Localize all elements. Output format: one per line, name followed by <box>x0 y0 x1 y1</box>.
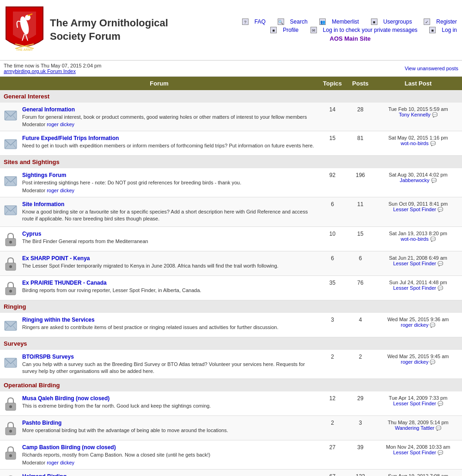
locked-forum-icon <box>3 281 18 296</box>
table-row: Helmand Birding Birding reports from fro… <box>0 469 462 476</box>
usergroups-link[interactable]: Usergroups <box>383 18 412 25</box>
memberlist-link[interactable]: Memberlist <box>332 18 359 25</box>
moderator-link[interactable]: roger dickey <box>47 460 74 465</box>
post-icon: 💬 <box>438 261 443 266</box>
forum-index-link[interactable]: armybirding.org.uk Forum Index <box>4 68 76 74</box>
topics-cell: 2 <box>318 416 346 440</box>
forum-title-link[interactable]: Sightings Forum <box>22 172 66 178</box>
forum-title-link[interactable]: Cyprus <box>22 231 41 237</box>
forum-title-link[interactable]: Ex PRAIRIE THUNDER - Canada <box>22 280 107 286</box>
lastpost-user-link[interactable]: roger dickey <box>401 359 429 365</box>
forum-title-link[interactable]: Ringing within the Services <box>22 317 95 323</box>
site-title: The Army Ornithological Society Forum <box>50 17 168 43</box>
forum-title-link[interactable]: Musa Qaleh Birding (now closed) <box>22 395 109 402</box>
forum-info: Future Exped/Field Trips Information Nee… <box>22 135 314 149</box>
aos-main-site-link[interactable]: AOS Main Site <box>242 35 458 42</box>
lastpost-user-link[interactable]: wot-no-birds <box>401 140 429 146</box>
view-unanswered-link[interactable]: View unanswered posts <box>405 66 458 71</box>
messages-icon: ✉ <box>310 27 317 33</box>
forum-info: Camp Bastion Birding (now closed) Richar… <box>22 444 210 465</box>
forum-moderator: Moderator roger dickey <box>22 188 241 193</box>
forum-info: Ex SHARP POINT - Kenya The Lesser Spot F… <box>22 255 279 269</box>
table-row: Future Exped/Field Trips Information Nee… <box>0 131 462 156</box>
forum-info: Pashto Birding More operational birding … <box>22 420 228 434</box>
svg-point-21 <box>9 405 12 408</box>
lastpost-user-link[interactable]: Lesser Spot Finder <box>393 401 436 406</box>
forum-title-link[interactable]: Ex SHARP POINT - Kenya <box>22 255 90 262</box>
category-row: Ringing <box>0 300 462 313</box>
lastpost-cell: Mon Nov 24, 2008 10:33 am Lesser Spot Fi… <box>374 440 462 469</box>
nav-top-row: ? FAQ 🔍 Search 👥 Memberlist ■ Usergroups… <box>242 18 458 25</box>
lastpost-user-link[interactable]: Tony Kennelly <box>399 112 431 117</box>
profile-link[interactable]: Profile <box>283 27 298 33</box>
lastpost-cell: Wed Mar 25, 2015 9:45 am roger dickey 💬 <box>374 350 462 379</box>
forum-title-link[interactable]: Site Information <box>22 201 64 207</box>
open-forum-icon <box>3 354 18 370</box>
lastpost-user-link[interactable]: Wandering Tattler <box>395 425 435 431</box>
lastpost-cell: Thu May 28, 2009 5:14 pm Wandering Tattl… <box>374 416 462 440</box>
post-icon: 💬 <box>436 426 441 431</box>
post-icon: 💬 <box>438 207 443 212</box>
lastpost-user-link[interactable]: Lesser Spot Finder <box>393 450 436 455</box>
lastpost-user-link[interactable]: Lesser Spot Finder <box>393 285 436 291</box>
table-row: General Information Forum for general in… <box>0 103 462 131</box>
login-link[interactable]: Log in <box>442 27 457 33</box>
search-link[interactable]: Search <box>290 18 308 25</box>
forum-icon <box>3 396 18 412</box>
forum-cell: Ex PRAIRIE THUNDER - Canada Birding repo… <box>0 275 318 300</box>
forum-info: Cyprus The Bird Finder General reports f… <box>22 231 148 245</box>
category-row: Operational Birding <box>0 379 462 392</box>
register-link[interactable]: Register <box>436 18 457 25</box>
lastpost-cell: Sat Jan 19, 2013 8:20 pm wot-no-birds 💬 <box>374 226 462 251</box>
forum-description: The Bird Finder General reports from the… <box>22 238 148 245</box>
posts-cell: 29 <box>346 391 374 416</box>
posts-cell: 11 <box>346 197 374 226</box>
moderator-link[interactable]: roger dickey <box>47 188 74 193</box>
forum-title-link[interactable]: BTO/RSPB Surveys <box>22 354 74 360</box>
lastpost-user-link[interactable]: wot-no-birds <box>401 236 429 242</box>
lastpost-cell: Tue Apr 14, 2009 7:33 pm Lesser Spot Fin… <box>374 391 462 416</box>
lastpost-cell: Wed Mar 25, 2015 9:36 am roger dickey 💬 <box>374 313 462 337</box>
category-name: Ringing <box>0 300 462 313</box>
forum-icon <box>3 256 18 272</box>
category-name: Surveys <box>0 337 462 350</box>
site-header: THE ARMY The Army Ornithological Society… <box>0 0 462 61</box>
lastpost-cell: Sun Jul 24, 2011 4:48 pm Lesser Spot Fin… <box>374 275 462 300</box>
posts-cell: 28 <box>346 103 374 131</box>
faq-link[interactable]: FAQ <box>255 18 266 25</box>
check-messages-link[interactable]: Log in to check your private messages <box>323 27 418 33</box>
profile-icon: ■ <box>270 27 277 33</box>
forum-title-link[interactable]: Camp Bastion Birding (now closed) <box>22 444 116 451</box>
time-and-index: The time now is Thu May 07, 2015 2:04 pm… <box>4 63 101 74</box>
category-row: Sites and Sightings <box>0 156 462 169</box>
topics-cell: 6 <box>318 251 346 275</box>
lastpost-user-link[interactable]: Lesser Spot Finder <box>393 207 436 212</box>
forum-description: Ringers are asked to contribute items of… <box>22 324 279 331</box>
table-row: Camp Bastion Birding (now closed) Richar… <box>0 440 462 469</box>
forum-icon <box>3 281 18 296</box>
posts-column-header: Posts <box>346 77 374 90</box>
moderator-link[interactable]: roger dickey <box>47 122 74 127</box>
category-name: General Interest <box>0 90 462 103</box>
forum-cell: Sightings Forum Post interesting sightin… <box>0 168 318 197</box>
forum-title-link[interactable]: Helmand Birding <box>22 473 67 476</box>
lastpost-user-link[interactable]: roger dickey <box>401 322 429 328</box>
table-row: Pashto Birding More operational birding … <box>0 416 462 440</box>
forum-cell: General Information Forum for general in… <box>0 103 318 131</box>
forum-info: Ringing within the Services Ringers are … <box>22 317 279 331</box>
forum-title-link[interactable]: General Information <box>22 106 75 113</box>
lastpost-user-link[interactable]: Lesser Spot Finder <box>393 261 436 266</box>
svg-point-23 <box>9 430 12 433</box>
topics-column-header: Topics <box>318 77 346 90</box>
category-row: Surveys <box>0 337 462 350</box>
forum-cell: Future Exped/Field Trips Information Nee… <box>0 131 318 156</box>
forum-title-link[interactable]: Future Exped/Field Trips Information <box>22 135 119 141</box>
nav-bottom-row: ■ Profile ✉ Log in to check your private… <box>242 27 458 33</box>
post-icon: 💬 <box>430 237 436 242</box>
forum-icon <box>3 354 18 370</box>
category-row: General Interest <box>0 90 462 103</box>
posts-cell: 6 <box>346 251 374 275</box>
time-now: The time now is Thu May 07, 2015 2:04 pm <box>4 63 101 68</box>
forum-title-link[interactable]: Pashto Birding <box>22 420 61 426</box>
lastpost-user-link[interactable]: Jabberwocky <box>400 177 429 183</box>
